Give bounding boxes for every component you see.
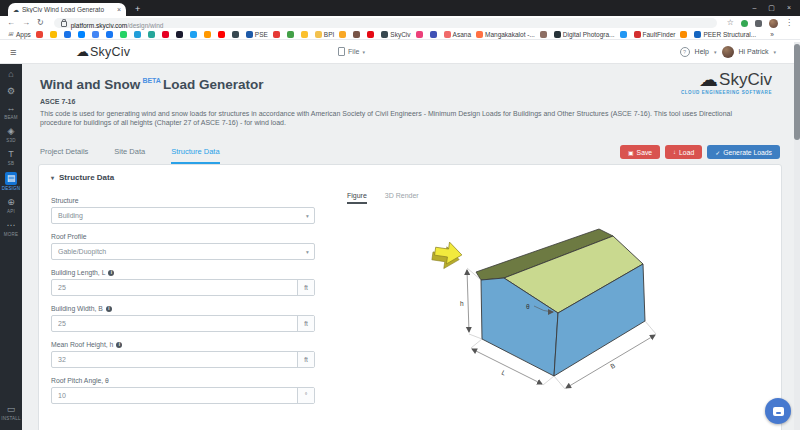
extension-icon[interactable]	[741, 20, 748, 27]
load-button[interactable]: ↓ Load	[665, 145, 702, 159]
bookmark-label: BPI	[324, 31, 334, 38]
field-control[interactable]: Building ▾	[51, 207, 315, 224]
bookmark-item[interactable]	[218, 31, 227, 38]
bookmark-item[interactable]	[134, 31, 143, 38]
bookmark-item[interactable]: PSE	[246, 31, 268, 38]
info-icon[interactable]: i	[106, 306, 112, 312]
sidebar-item-label: DESIGN	[0, 186, 22, 191]
field-control[interactable]: 25 ft	[51, 315, 315, 332]
hamburger-menu-icon[interactable]: ≡	[10, 46, 26, 58]
bookmark-item[interactable]	[64, 31, 73, 38]
info-icon[interactable]: i	[108, 270, 114, 276]
sidebar-item[interactable]: ⊕ API	[0, 197, 22, 214]
section-header[interactable]: ▾ Structure Data	[51, 173, 769, 182]
sidebar-item[interactable]: ⚙	[0, 86, 22, 97]
reload-icon[interactable]: ↻	[37, 19, 44, 27]
field-control[interactable]: 32 ft	[51, 351, 315, 368]
bookmark-item[interactable]	[339, 31, 348, 38]
bookmark-item[interactable]	[367, 31, 376, 38]
window-close-button[interactable]: ×	[787, 4, 791, 12]
bookmark-item[interactable]	[36, 31, 45, 38]
extensions-puzzle-icon[interactable]	[755, 20, 762, 27]
building-figure: h L B θ	[421, 222, 721, 402]
new-tab-button[interactable]: +	[135, 4, 140, 14]
bookmark-item[interactable]	[106, 31, 115, 38]
generate-loads-button[interactable]: ✓ Generate Loads	[707, 145, 780, 159]
chat-bubble-button[interactable]	[765, 398, 791, 424]
bookmark-item[interactable]: Digital Photogra...	[554, 31, 615, 38]
bookmark-item[interactable]	[353, 31, 362, 38]
window-minimize-button[interactable]: –	[752, 4, 756, 12]
page-tab[interactable]: Project Details	[40, 147, 88, 164]
bookmark-item[interactable]	[287, 31, 296, 38]
bookmark-favicon	[148, 31, 155, 38]
browser-profile-avatar[interactable]	[769, 19, 778, 28]
bookmark-item[interactable]	[78, 31, 87, 38]
page-tab[interactable]: Structure Data	[171, 147, 219, 164]
scrollbar-thumb[interactable]	[794, 44, 800, 140]
bookmark-item[interactable]	[176, 31, 185, 38]
bookmark-item[interactable]	[50, 31, 59, 38]
bookmark-item[interactable]	[416, 31, 425, 38]
bookmark-item[interactable]: Mangakakalot -...	[476, 31, 535, 38]
window-maximize-button[interactable]: ▢	[768, 4, 775, 12]
file-menu[interactable]: File ▾	[338, 47, 365, 56]
field-control[interactable]: 10 °	[51, 387, 315, 404]
bookmark-item[interactable]	[430, 31, 439, 38]
sidebar-item[interactable]: ⋯ MORE	[0, 220, 22, 237]
bookmark-item[interactable]	[620, 31, 629, 38]
bookmark-item[interactable]	[301, 31, 310, 38]
sidebar-item-install[interactable]: ▭ INSTALL	[0, 404, 22, 421]
bookmark-item[interactable]	[120, 31, 129, 38]
url-bar[interactable]: platform.skyciv.com/design/wind	[54, 18, 717, 28]
page-scrollbar[interactable]	[794, 42, 800, 430]
back-icon[interactable]: ←	[7, 19, 15, 27]
browser-menu-icon[interactable]: ⋮	[785, 19, 793, 27]
bookmark-item[interactable]: FaultFinder	[634, 31, 676, 38]
info-icon[interactable]: i	[116, 342, 122, 348]
bookmark-item[interactable]	[540, 31, 549, 38]
figure-tab[interactable]: 3D Render	[385, 192, 419, 204]
skyciv-logo[interactable]: ☁ SkyCiv	[76, 45, 130, 59]
bookmark-favicon	[273, 31, 280, 38]
bookmark-favicon	[444, 31, 451, 38]
bookmark-item[interactable]	[148, 31, 157, 38]
bookmark-item[interactable]: BPI	[315, 31, 334, 38]
form-field: Building Length, L i 25 ft	[51, 269, 315, 296]
page-tab[interactable]: Site Data	[114, 147, 145, 164]
sidebar-item[interactable]: ▤ DESIGN	[0, 172, 22, 191]
bookmark-favicon	[353, 31, 360, 38]
bookmark-item[interactable]	[232, 31, 241, 38]
field-control[interactable]: Gable/Duopitch ▾	[51, 243, 315, 260]
figure-tab[interactable]: Figure	[347, 192, 367, 204]
bookmark-item[interactable]: Asana	[444, 31, 471, 38]
sidebar-item[interactable]: ⌂	[0, 69, 22, 80]
bookmark-item[interactable]	[680, 31, 689, 38]
help-menu[interactable]: Help	[695, 48, 709, 55]
field-control[interactable]: 25 ft	[51, 279, 315, 296]
bookmark-item[interactable]: »	[761, 31, 774, 38]
page-tabs-row: Project Details Site Data Structure Data…	[22, 140, 794, 164]
sidebar-item[interactable]: ◈ S3D	[0, 126, 22, 143]
bookmark-item[interactable]	[190, 31, 199, 38]
bookmark-item[interactable]: PEER Structural...	[694, 31, 756, 38]
user-menu[interactable]: Hi Patrick	[739, 48, 769, 55]
forward-icon[interactable]: →	[22, 19, 30, 27]
bookmark-star-icon[interactable]: ☆	[727, 19, 734, 27]
bookmark-favicon	[92, 31, 99, 38]
sidebar-item[interactable]: T SB	[0, 149, 22, 166]
bookmark-item[interactable]	[204, 31, 213, 38]
bookmark-item[interactable]	[92, 31, 101, 38]
bookmark-item[interactable]: ⊞ Apps	[7, 31, 31, 38]
bookmark-favicon	[554, 31, 561, 38]
bookmark-item[interactable]: SkyCiv	[381, 31, 410, 38]
sidebar-item[interactable]: ↔ BEAM	[0, 103, 22, 120]
bookmark-item[interactable]	[162, 31, 171, 38]
tab-close-icon[interactable]: ×	[117, 6, 121, 13]
bookmark-favicon	[287, 31, 294, 38]
bookmark-label: Asana	[453, 31, 471, 38]
structure-data-card: ▾ Structure Data Structure i Building	[38, 164, 782, 430]
save-button[interactable]: ▣ Save	[620, 145, 660, 159]
bookmark-item[interactable]	[273, 31, 282, 38]
user-avatar[interactable]	[722, 46, 734, 58]
